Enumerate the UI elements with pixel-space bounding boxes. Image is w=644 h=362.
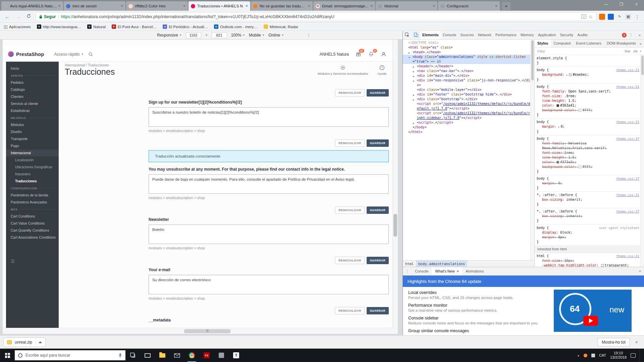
sidebar-item[interactable]: Inicio [6,65,59,72]
sidebar-item-active[interactable]: Internacional [6,149,59,157]
devtools-menu-icon[interactable]: ⋮ [627,33,635,37]
dom-node[interactable]: ▼<body class="admintranslations" style c… [403,55,530,64]
show-all-downloads-button[interactable]: Mostra-ho tot [597,338,630,347]
elements-crumb[interactable]: html [403,260,416,267]
stylesheet-link[interactable]: theme.css:17 [616,209,639,214]
tab-close-icon[interactable]: × [183,4,185,8]
tab-close-icon[interactable]: × [433,4,435,8]
stylesheet-link[interactable]: theme.css:21 [616,193,639,197]
whats-new-video-thumbnail[interactable]: 64 new [554,290,632,332]
save-button[interactable]: GUARDAR [367,89,389,97]
shorthand-expand-icon[interactable]: ▶ [566,74,568,76]
sidebar-item[interactable]: Pago [6,142,59,149]
css-property[interactable]: font-family: Helvetica Neue,Helvetica,Ar… [537,141,639,150]
css-property[interactable]: -webkit-tap-highlight-color: transparent… [537,263,639,267]
sidebar-item[interactable]: Cart Value Conditions [6,220,59,227]
dom-node[interactable]: ▶<div id="main-div">…</div> [403,73,530,78]
sidebar-item[interactable]: Módulos [6,121,59,128]
taskbar-app-file-explorer[interactable] [155,349,170,362]
browser-tab[interactable]: #ffdbc2 Color Hex× [126,1,188,11]
horizontal-scroll-thumb[interactable]: ☰ [184,329,231,333]
dom-node[interactable]: ▶<head>…</head> [403,50,530,55]
css-property[interactable]: margin: 8px; [537,235,639,240]
tray-expand-icon[interactable]: ▲ [577,354,580,357]
elements-scroll-thumb[interactable] [531,40,534,80]
sidebar-item[interactable]: Clientes [6,93,59,100]
sidebar-subitem[interactable]: Localización [6,157,59,164]
styles-scroll-thumb[interactable] [641,56,644,75]
network-select[interactable]: Online▼ [269,33,284,38]
dom-node[interactable]: <html lang="es" class> [403,45,530,50]
css-property[interactable]: background-color: #fff; [537,108,639,113]
dom-node[interactable]: ▶<header>…</header> [403,64,530,69]
devtools-tab-audits[interactable]: Audits [575,31,590,39]
page-horizontal-scrollbar[interactable]: ☰ [3,328,398,334]
new-tab-button[interactable]: + [502,2,511,10]
color-swatch[interactable] [556,161,559,164]
taskbar-app-mail[interactable] [170,349,184,362]
play-button-icon[interactable] [583,316,598,326]
css-property[interactable]: font-family: Open Sans,sans-serif; [537,89,639,94]
stylesheet-link[interactable]: theme.css:17 [616,136,639,141]
dom-node[interactable]: ▶<nav class="nav-bar">…</nav> [403,69,530,73]
devtools-tab-memory[interactable]: Memory [519,31,536,39]
devtools-tab-network[interactable]: Network [476,31,493,39]
help-link[interactable]: ? Ayuda [377,65,386,75]
translation-textarea[interactable] [149,275,389,294]
device-mode-select[interactable]: Responsive▼ [157,33,182,38]
browser-tab[interactable]: MGmail: emmagatzematge…× [313,1,375,11]
dom-node[interactable]: </body> [403,125,530,130]
color-swatch[interactable] [579,166,581,168]
device-width-input[interactable]: 1162 [186,32,201,38]
css-property[interactable]: color: #363a41; [537,103,639,108]
dom-node[interactable]: <script src="/pshop/admin1132/themes/def… [403,102,530,111]
inspect-element-icon[interactable] [403,33,412,38]
extension-icon-4[interactable]: ▦ [625,14,631,20]
styles-scrollbar[interactable] [640,55,644,267]
css-property[interactable]: font-size: 1rem; [537,150,639,155]
drawer-menu-icon[interactable]: ⋮ [403,269,412,274]
vertical-scroll-thumb[interactable] [393,214,397,237]
bookmark-item[interactable]: Meteocat. Radar [264,24,298,29]
dom-node[interactable]: <script src="/pshop/admin1132/themes/def… [403,111,530,120]
minimize-button[interactable]: — [599,0,614,9]
stylesheet-link[interactable]: theme.css:21 [616,68,639,72]
browser-tab[interactable]: Inici de sessió× [64,1,125,11]
sidebar-item[interactable]: Parámetros de la tienda [6,192,59,199]
taskbar-app-t[interactable]: T [229,349,244,362]
taskbar-app-generic[interactable] [214,349,229,362]
maximize-button[interactable]: ❐ [614,0,629,9]
page-vertical-scrollbar[interactable] [392,40,398,328]
shop-name[interactable]: ANHELS Natura [320,52,349,57]
bookmark-item[interactable]: OOutlook.com - mery… [214,24,258,29]
bookmark-item[interactable]: PEl Punt Avui - Barcel… [112,24,157,29]
elements-crumb[interactable]: body.admintranslations [416,260,467,267]
modules-services-link[interactable]: Módulos y Servicios recomendados [318,65,368,75]
taskbar-search-box[interactable]: Escribe aquí para buscar [15,350,125,360]
sidebar-item[interactable]: Diseño [6,128,59,135]
address-bar[interactable]: Segur | https://anhelsnatura.com/pshop/a… [36,12,596,21]
styles-tab-computed[interactable]: Computed [551,40,573,47]
devtools-tab-application[interactable]: Application [536,31,558,39]
devtools-close-icon[interactable]: × [635,33,644,37]
browser-tab[interactable]: Historial× [376,1,437,11]
taskbar-clock[interactable]: 19:10 13/2/2018 [610,351,627,360]
save-button[interactable]: GUARDAR [367,307,389,314]
devtools-tab-sources[interactable]: Sources [458,31,476,39]
css-property[interactable]: background-color: #fff; [537,165,639,169]
tab-close-icon[interactable]: × [121,4,123,8]
css-property[interactable]: margin: ▶0; [537,124,639,129]
css-property[interactable]: margin: 0; [537,181,639,186]
device-toolbar-toggle-icon[interactable] [412,33,420,38]
devtools-tab-security[interactable]: Security [558,31,576,39]
disclosure-closed-icon[interactable]: ▶ [413,79,414,83]
css-property[interactable]: background: ▶#eaebec; [537,72,639,77]
translation-textarea[interactable] [149,174,389,194]
dom-node[interactable]: <!DOCTYPE html> [403,41,530,45]
save-button[interactable]: GUARDAR [367,206,389,214]
browser-tab[interactable]: No se guardan las tradu…× [251,1,313,11]
reset-button[interactable]: REINICIALIZAR [335,257,365,264]
css-property[interactable]: display: block; [537,230,639,235]
bell-icon[interactable]: 9 [368,51,374,58]
throttle-select[interactable]: Mobile▼ [249,33,264,38]
